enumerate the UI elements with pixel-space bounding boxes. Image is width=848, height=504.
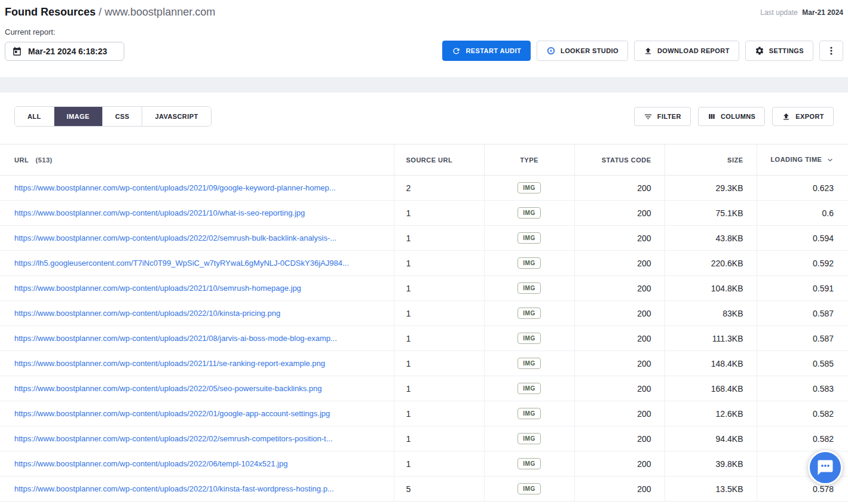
tab-all[interactable]: ALL [15,107,54,126]
source-url-count: 1 [394,251,484,276]
last-update: Last update Mar-21 2024 [760,6,843,17]
table-row: https://lh5.googleusercontent.com/T7iNc0… [0,251,848,276]
type-badge: IMG [518,232,540,244]
resource-url-link[interactable]: https://lh5.googleusercontent.com/T7iNc0… [14,259,349,268]
table-row: https://www.boostplanner.com/wp-content/… [0,451,848,477]
status-code-value: 200 [574,226,665,251]
type-badge: IMG [518,408,540,419]
size-value: 12.6KB [665,401,757,426]
table-row: https://www.boostplanner.com/wp-content/… [0,426,848,451]
resource-type-tabs: ALL IMAGE CSS JAVASCRIPT [14,106,212,127]
table-toolbar: ALL IMAGE CSS JAVASCRIPT FILTER COLUMNS [0,106,848,127]
table-row: https://www.boostplanner.com/wp-content/… [0,326,848,351]
status-code-value: 200 [574,326,665,351]
source-url-count: 1 [394,401,484,426]
page-title-text: Found Resources [5,6,96,18]
page-background-gap [0,77,848,93]
size-value: 104.8KB [665,276,757,301]
site-domain: www.boostplanner.com [105,6,215,18]
gear-icon [755,46,764,56]
source-url-count: 1 [394,451,484,477]
resource-url-link[interactable]: https://www.boostplanner.com/wp-content/… [14,434,333,443]
status-code-value: 200 [574,401,665,426]
download-report-button[interactable]: DOWNLOAD REPORT [634,41,739,61]
loading-time-value: 0.591 [757,276,848,301]
restart-audit-button[interactable]: RESTART AUDIT [442,41,531,61]
status-code-value: 200 [574,351,665,376]
filter-label: FILTER [657,113,681,120]
source-url-count: 1 [394,226,484,251]
size-value: 111.3KB [665,326,757,351]
status-code-column-label: STATUS CODE [602,156,651,164]
filter-button[interactable]: FILTER [634,107,691,126]
source-url-count: 1 [394,276,484,301]
resource-url-link[interactable]: https://www.boostplanner.com/wp-content/… [14,284,301,293]
size-value: 148.4KB [665,351,757,376]
status-code-value: 200 [574,426,665,451]
loading-time-value: 0.587 [757,301,848,326]
source-url-count: 1 [394,201,484,226]
loading-time-value: 0.585 [757,351,848,376]
resource-url-link[interactable]: https://www.boostplanner.com/wp-content/… [14,484,334,493]
download-report-label: DOWNLOAD REPORT [657,47,730,54]
last-update-label: Last update [760,8,798,17]
type-badge: IMG [518,458,540,469]
more-options-button[interactable] [819,41,843,61]
resource-url-link[interactable]: https://www.boostplanner.com/wp-content/… [14,309,280,318]
status-code-value: 200 [574,176,665,201]
source-url-count: 1 [394,376,484,401]
export-icon [782,112,791,121]
loading-time-value: 0.587 [757,326,848,351]
sort-desc-icon [826,156,834,164]
tab-css[interactable]: CSS [103,107,143,126]
status-code-value: 200 [574,276,665,301]
resource-url-link[interactable]: https://www.boostplanner.com/wp-content/… [14,233,336,242]
resources-table: URL (513) SOURCE URL TYPE STATUS CODE SI… [0,144,848,502]
table-row: https://www.boostplanner.com/wp-content/… [0,401,848,426]
column-header-status-code[interactable]: STATUS CODE [574,145,665,176]
source-url-count: 1 [394,426,484,451]
table-header: URL (513) SOURCE URL TYPE STATUS CODE SI… [0,145,848,176]
columns-button[interactable]: COLUMNS [698,107,765,126]
source-url-count: 1 [394,301,484,326]
resource-url-link[interactable]: https://www.boostplanner.com/wp-content/… [14,183,336,192]
column-header-type[interactable]: TYPE [484,145,574,176]
loading-time-value: 0.583 [757,376,848,401]
table-row: https://www.boostplanner.com/wp-content/… [0,376,848,401]
resource-url-link[interactable]: https://www.boostplanner.com/wp-content/… [14,359,325,368]
resources-panel: ALL IMAGE CSS JAVASCRIPT FILTER COLUMNS [0,93,848,504]
table-body: https://www.boostplanner.com/wp-content/… [0,176,848,502]
upload-icon [644,47,653,56]
columns-label: COLUMNS [721,113,755,120]
source-url-count: 1 [394,326,484,351]
loading-time-value: 0.594 [757,226,848,251]
chat-widget-button[interactable] [808,450,843,485]
export-button[interactable]: EXPORT [772,107,834,126]
size-value: 75.1KB [665,201,757,226]
looker-studio-button[interactable]: LOOKER STUDIO [537,41,628,61]
status-code-value: 200 [574,376,665,401]
column-header-source-url[interactable]: SOURCE URL [394,145,484,176]
column-header-size[interactable]: SIZE [665,145,757,176]
report-date-text: Mar-21 2024 6:18:23 [28,47,107,56]
tab-image[interactable]: IMAGE [54,107,103,126]
column-header-url[interactable]: URL (513) [0,145,394,176]
resource-url-link[interactable]: https://www.boostplanner.com/wp-content/… [14,409,330,418]
last-update-value: Mar-21 2024 [802,8,843,17]
column-header-loading-time[interactable]: LOADING TIME [757,145,848,176]
table-row: https://www.boostplanner.com/wp-content/… [0,176,848,201]
tab-javascript[interactable]: JAVASCRIPT [142,107,210,126]
report-date-picker[interactable]: Mar-21 2024 6:18:23 [5,42,124,61]
resource-url-link[interactable]: https://www.boostplanner.com/wp-content/… [14,384,322,393]
resource-url-link[interactable]: https://www.boostplanner.com/wp-content/… [14,334,337,343]
type-badge: IMG [518,433,540,444]
calendar-icon [12,47,22,57]
type-badge: IMG [518,282,540,294]
url-count: (513) [35,156,52,164]
size-value: 39.8KB [665,451,757,477]
chat-icon [816,459,834,477]
resource-url-link[interactable]: https://www.boostplanner.com/wp-content/… [14,208,305,217]
resource-url-link[interactable]: https://www.boostplanner.com/wp-content/… [14,459,287,468]
settings-button[interactable]: SETTINGS [745,41,813,61]
title-row: Found Resources / www.boostplanner.com L… [5,6,843,19]
